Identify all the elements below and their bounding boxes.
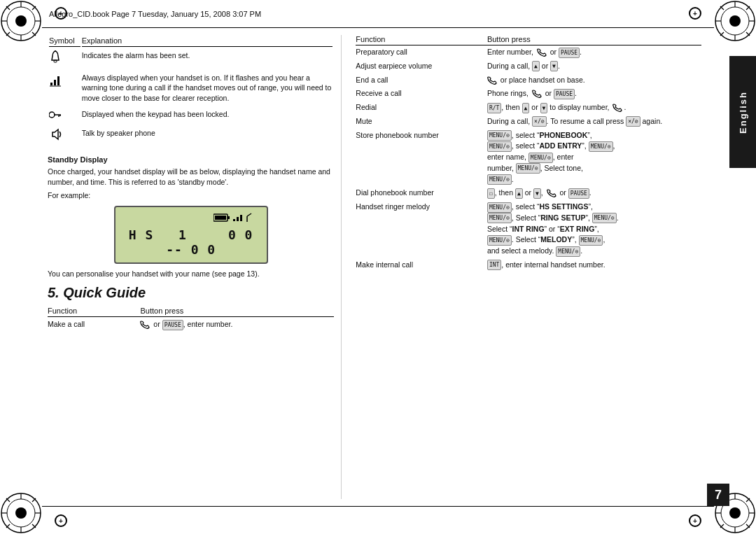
explanation-col-header: Explanation [82,36,333,47]
btn-col-header-left: Button press [140,307,334,317]
btn-redial: R/T, then ▲ or ▼ to display number, . [487,101,701,115]
corner-decoration-tr [714,0,756,42]
mute-button-icon: ×/⊘ [532,116,546,127]
btn-earpiece: During a call, ▲ or ▼. [487,59,701,73]
pause-icon: PAUSE [559,48,580,58]
english-tab-label: English [738,91,748,134]
table-row: Redial R/T, then ▲ or ▼ to display numbe… [356,101,701,115]
symbol-icon-speaker [49,126,80,146]
page-number-badge: 7 [707,484,729,506]
down-icon2: ▼ [533,188,541,199]
table-row: Make a call or PAUSE, enter number. [48,317,334,332]
english-tab: English [729,56,756,168]
phonebook-search-icon: ☐ [487,188,495,199]
svg-rect-44 [54,60,57,62]
standby-section: Standby Display Once charged, your hands… [48,155,334,264]
personalise-text: You can personalise your handset with yo… [48,269,334,278]
table-row: Dial phonebook number ☐, then ▲ or ▼, or… [356,186,701,200]
right-column: Function Button press Preparatory call E… [356,35,701,499]
menu-icon1: MENU/⊙ [487,130,512,141]
btn-receive: Phone rings, or PAUSE. [487,87,701,101]
symbol-explanation-speaker: Talk by speaker phone [82,126,333,146]
menu-icon2: MENU/⊙ [487,141,512,152]
lcd-main-row: H S 1 0 0 -- 0 0 [127,227,255,257]
btn-preparatory: Enter number, or PAUSE. [487,45,701,59]
btn-end-call: or place handset on base. [487,73,701,87]
menu-icon9: MENU/⊙ [592,213,617,223]
btn-ringer-melody: MENU/⊙, select “HS SETTINGS”, MENU/⊙, Se… [487,200,701,258]
table-row: Store phonebook number MENU/⊙, select “P… [356,129,701,187]
bottom-bar [42,506,714,534]
table-row: Preparatory call Enter number, or PAUSE. [356,45,701,59]
mute-button-icon2: ×/⊘ [626,116,640,127]
menu-icon6: MENU/⊙ [487,174,512,185]
pause-icon2: PAUSE [554,89,575,99]
symbol-explanation-alarm: Indicates the alarm has been set. [82,48,333,69]
func-col-header-right: Function [356,35,487,45]
up-icon2: ▲ [515,188,523,199]
svg-rect-57 [215,216,226,220]
btn-store-phonebook: MENU/⊙, select “PHONEBOOK”, MENU/⊙, sele… [487,129,701,187]
header-bar: Allegro_CID.book Page 7 Tuesday, January… [42,0,714,28]
table-row: Handset ringer melody MENU/⊙, select “HS… [356,200,701,258]
svg-point-35 [729,507,741,519]
down-icon: ▼ [540,103,548,113]
lcd-display: H S 1 0 0 -- 0 0 [114,206,268,264]
svg-rect-56 [227,216,230,219]
menu-icon4: MENU/⊙ [528,153,553,163]
table-row: Displayed when the keypad has been locke… [49,107,332,125]
svg-rect-59 [237,217,239,221]
menu-icon11: MENU/⊙ [579,235,603,246]
btn-internal-call: INT, enter internal handset number. [487,258,701,272]
down-arrow-icon: ▼ [550,61,558,71]
menu-icon12: MENU/⊙ [556,246,580,257]
btn-dial-phonebook: ☐, then ▲ or ▼, or PAUSE. [487,186,701,200]
for-example-label: For example: [48,190,334,201]
pause-icon3: PAUSE [568,188,589,199]
symbol-icon-key [49,107,80,125]
left-column: Symbol Explanation Indicates the alarm h… [48,35,342,499]
menu-icon5: MENU/⊙ [516,163,540,174]
symbol-col-header: Symbol [49,36,80,47]
table-row: Talk by speaker phone [49,126,332,146]
quick-guide-title: 5. Quick Guide [48,285,334,301]
up-icon: ▲ [522,103,530,113]
symbol-icon-alarm [49,48,80,69]
svg-rect-47 [54,80,56,85]
main-content: Symbol Explanation Indicates the alarm h… [42,28,707,506]
int-button-icon: INT [487,260,501,270]
func-internal-call: Make internal call [356,258,487,272]
page-number: 7 [715,488,722,503]
standby-desc: Once charged, your handset display will … [48,167,334,187]
func-col-header-left: Function [48,307,140,317]
corner-decoration-bl [0,492,42,534]
svg-point-24 [15,507,27,519]
func-ringer-melody: Handset ringer melody [356,200,487,258]
func-receive: Receive a call [356,87,487,101]
svg-line-62 [247,213,251,216]
btn-cell-make-call: or PAUSE, enter number. [140,317,334,332]
table-row: Always displayed when your handset is on… [49,71,332,106]
symbol-icon-signal [49,71,80,106]
svg-point-50 [49,112,55,118]
table-row: End a call or place handset on base. [356,73,701,87]
svg-point-13 [729,15,741,27]
table-row: Make internal call INT, enter internal h… [356,258,701,272]
lcd-top-row [127,213,255,225]
standby-title: Standby Display [48,155,334,164]
up-arrow-icon: ▲ [532,61,540,71]
header-text: Allegro_CID.book Page 7 Tuesday, January… [49,10,261,18]
func-dial-phonebook: Dial phonebook number [356,186,487,200]
btn-col-header-right: Button press [487,35,701,45]
menu-icon7: MENU/⊙ [487,202,512,213]
function-table-right: Function Button press Preparatory call E… [356,35,701,272]
svg-rect-48 [57,76,59,85]
table-row: Receive a call Phone rings, or PAUSE. [356,87,701,101]
func-earpiece: Adjust earpiece volume [356,59,487,73]
svg-marker-54 [52,129,58,139]
symbol-explanation-signal: Always displayed when your handset is on… [82,71,333,106]
func-preparatory: Preparatory call [356,45,487,59]
svg-point-2 [15,15,27,27]
function-table-left: Function Button press Make a call or PAU… [48,307,334,332]
symbol-explanation-key: Displayed when the keypad has been locke… [82,107,333,125]
